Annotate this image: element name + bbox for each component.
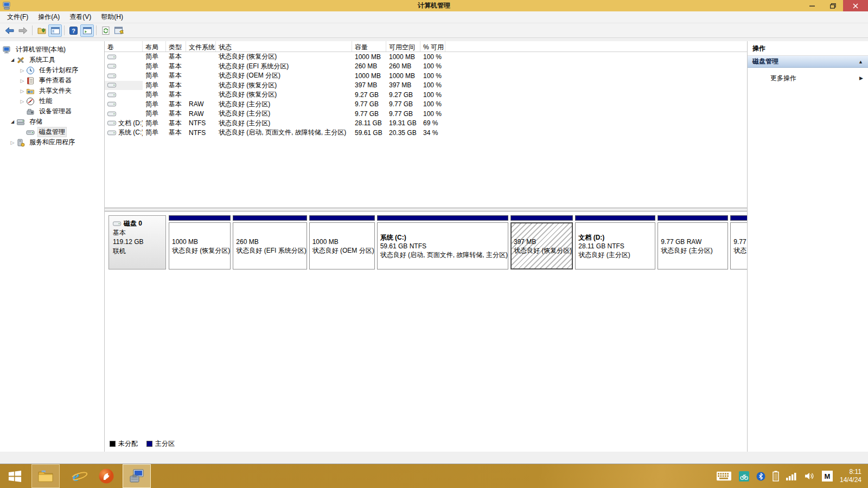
- column-header-type[interactable]: 类型: [166, 41, 186, 52]
- teal-app-tray-icon[interactable]: [739, 471, 749, 481]
- volume-row[interactable]: 简单 基本 状态良好 (恢复分区) 1000 MB 1000 MB 100 %: [105, 52, 747, 62]
- cell-fs: NTFS: [186, 119, 216, 129]
- tree-item-device-manager[interactable]: 设备管理器: [0, 106, 104, 117]
- more-actions-item[interactable]: 更多操作 ▶: [748, 73, 868, 84]
- cell-layout: 简单: [143, 100, 166, 110]
- menu-view[interactable]: 查看(V): [65, 11, 96, 23]
- cell-percent: 100 %: [420, 52, 445, 62]
- collapsed-arrow-icon[interactable]: ▷: [9, 140, 16, 145]
- column-header-filesystem[interactable]: 文件系统: [186, 41, 216, 52]
- column-header-free-space[interactable]: 可用空间: [386, 41, 420, 52]
- menu-help[interactable]: 帮助(H): [96, 11, 128, 23]
- menu-file[interactable]: 文件(F): [2, 11, 33, 23]
- network-signal-icon[interactable]: [786, 472, 797, 480]
- help-button[interactable]: ?: [67, 24, 80, 37]
- expanded-arrow-icon[interactable]: ◢: [9, 57, 16, 62]
- restore-button[interactable]: [822, 0, 843, 11]
- volume-row[interactable]: 文档 (D:) 简单 基本 NTFS 状态良好 (主分区) 28.11 GB 1…: [105, 119, 747, 129]
- volume-row[interactable]: 简单 基本 状态良好 (OEM 分区) 1000 MB 1000 MB 100 …: [105, 71, 747, 81]
- tree-item-label: 设备管理器: [37, 106, 73, 117]
- internet-explorer-taskbar-button[interactable]: e: [62, 464, 90, 488]
- volume-row[interactable]: 简单 基本 状态良好 (恢复分区) 9.27 GB 9.27 GB 100 %: [105, 90, 747, 100]
- column-header-capacity[interactable]: 容量: [352, 41, 386, 52]
- tree-item-storage[interactable]: ◢ 存储: [0, 117, 104, 127]
- volume-icon: [107, 111, 117, 117]
- collapsed-arrow-icon[interactable]: ▷: [18, 88, 26, 94]
- column-header-layout[interactable]: 布局: [143, 41, 166, 52]
- collapsed-arrow-icon[interactable]: ▷: [18, 68, 26, 73]
- battery-icon[interactable]: [773, 471, 779, 481]
- cell-capacity: 59.61 GB: [352, 128, 386, 138]
- partition-recovery-397mb-selected[interactable]: 397 MB状态良好 (恢复分区): [510, 215, 573, 269]
- partition-size: 59.61 GB NTFS: [380, 242, 508, 251]
- tree-item-task-scheduler[interactable]: ▷ 任务计划程序: [0, 65, 104, 75]
- disk-0-info[interactable]: 磁盘 0 基本 119.12 GB 联机: [108, 215, 166, 269]
- tree-item-services-applications[interactable]: ▷ 服务和应用程序: [0, 137, 104, 147]
- tree-item-label: 服务和应用程序: [28, 137, 76, 147]
- partition-efi-260mb[interactable]: 260 MB状态良好 (EFI 系统分区): [233, 215, 307, 269]
- volume-icon: [107, 101, 117, 107]
- volume-row[interactable]: 简单 基本 RAW 状态良好 (主分区) 9.77 GB 9.77 GB 100…: [105, 100, 747, 110]
- legend-unallocated-label: 未分配: [118, 439, 138, 448]
- volume-name: 系统 (C:): [118, 128, 143, 137]
- partition-status: 状态良好 (恢复分区): [514, 246, 572, 255]
- expanded-arrow-icon[interactable]: ◢: [9, 119, 16, 124]
- menu-action[interactable]: 操作(A): [33, 11, 65, 23]
- cell-free: 20.35 GB: [386, 128, 420, 138]
- cell-status: 状态良好 (恢复分区): [216, 52, 352, 62]
- partition-raw-977gb-2[interactable]: 9.77 GB RAW状态良好 (主分区): [730, 215, 747, 269]
- refresh-button[interactable]: [99, 24, 112, 37]
- show-console-tree-button[interactable]: [48, 24, 62, 37]
- disk-icon: [113, 221, 122, 227]
- partition-raw-977gb-1[interactable]: 9.77 GB RAW状态良好 (主分区): [658, 215, 728, 269]
- disk-console-properties-button[interactable]: [112, 24, 126, 37]
- tree-item-performance[interactable]: ▷ 性能: [0, 96, 104, 106]
- touch-keyboard-icon[interactable]: [716, 471, 732, 481]
- partition-system-c[interactable]: 系统 (C:)59.61 GB NTFS状态良好 (启动, 页面文件, 故障转储…: [377, 215, 508, 269]
- tree-item-system-tools[interactable]: ◢ 系统工具: [0, 55, 104, 65]
- collapsed-arrow-icon[interactable]: ▷: [18, 78, 26, 84]
- volume-speaker-icon[interactable]: [805, 472, 815, 480]
- start-button[interactable]: [0, 464, 29, 488]
- volume-row[interactable]: 简单 基本 状态良好 (EFI 系统分区) 260 MB 260 MB 100 …: [105, 62, 747, 72]
- tree-item-computer-management[interactable]: 计算机管理(本地): [0, 44, 104, 55]
- actions-section-disk-management[interactable]: 磁盘管理 ▲: [748, 56, 868, 68]
- tree-item-shared-folders[interactable]: ▷ 共享文件夹: [0, 86, 104, 96]
- volume-row[interactable]: 系统 (C:) 简单 基本 NTFS 状态良好 (启动, 页面文件, 故障转储,…: [105, 128, 747, 138]
- column-header-status[interactable]: 状态: [216, 41, 352, 52]
- collapse-up-icon[interactable]: ▲: [858, 59, 863, 65]
- partition-oem-1000mb[interactable]: 1000 MB状态良好 (OEM 分区): [309, 215, 375, 269]
- partition-docs-d[interactable]: 文档 (D:)28.11 GB NTFS状态良好 (主分区): [575, 215, 655, 269]
- forward-button[interactable]: [16, 24, 30, 37]
- volume-icon: [107, 54, 117, 60]
- cell-type: 基本: [166, 52, 186, 62]
- tree-item-event-viewer[interactable]: ▷ 事件查看器: [0, 75, 104, 86]
- tree-item-disk-management[interactable]: 磁盘管理: [0, 127, 104, 137]
- partition-recovery-1000mb[interactable]: 1000 MB状态良好 (恢复分区): [169, 215, 231, 269]
- back-button[interactable]: [3, 24, 16, 37]
- computer-icon: [3, 46, 11, 54]
- show-action-pane-button[interactable]: [80, 24, 94, 37]
- minimize-button[interactable]: [802, 0, 822, 11]
- ie-icon: e: [73, 469, 79, 484]
- cell-layout: 简单: [143, 52, 166, 62]
- taskbar-clock[interactable]: 8:11 14/4/24: [840, 468, 861, 484]
- cell-percent: 100 %: [420, 90, 445, 100]
- volume-row[interactable]: 简单 基本 RAW 状态良好 (主分区) 9.77 GB 9.77 GB 100…: [105, 109, 747, 119]
- collapsed-arrow-icon[interactable]: ▷: [18, 99, 26, 104]
- file-explorer-taskbar-button[interactable]: [31, 464, 60, 488]
- export-list-button[interactable]: [35, 24, 48, 37]
- volume-icon: [107, 120, 117, 126]
- column-header-percent-free[interactable]: % 可用: [420, 41, 445, 52]
- primary-partition-band: [658, 215, 728, 221]
- horse-browser-taskbar-button[interactable]: [92, 464, 120, 488]
- close-button[interactable]: [843, 0, 868, 11]
- volume-row-selected[interactable]: 简单 基本 状态良好 (恢复分区) 397 MB 397 MB 100 %: [105, 81, 747, 91]
- column-header-volume[interactable]: 卷: [105, 41, 143, 52]
- disk-graphical-panel: 磁盘 0 基本 119.12 GB 联机 1000 MB状态良好 (恢复分区) …: [105, 211, 747, 452]
- cell-layout: 简单: [143, 71, 166, 81]
- cell-fs: RAW: [186, 109, 216, 119]
- bluetooth-icon[interactable]: [756, 472, 765, 481]
- input-method-indicator[interactable]: M: [822, 471, 833, 481]
- computer-management-taskbar-button[interactable]: [123, 464, 151, 488]
